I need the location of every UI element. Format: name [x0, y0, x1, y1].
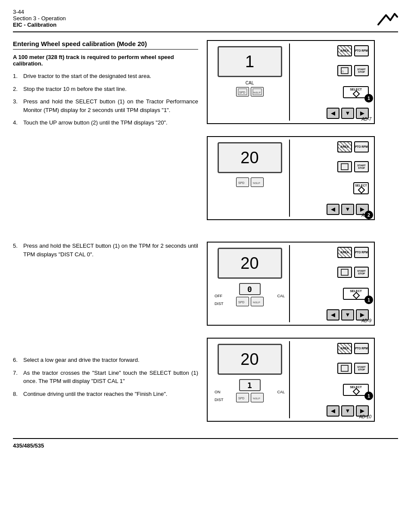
ad10-speed-btn[interactable]: SPD	[236, 393, 249, 402]
ad9-speed-btn[interactable]: SPD	[236, 297, 249, 306]
ad9-off-label: OFF	[215, 294, 222, 298]
diagram-ad10: 20 1 ON CAL DIST SPD %SLP	[207, 338, 375, 422]
footer-model: 435/485/535	[13, 442, 44, 449]
ad9-startstop-btn[interactable]: STARTSTOP	[354, 267, 369, 278]
ad9-badge-1: 1	[364, 296, 373, 304]
ad9-down-btn[interactable]: ▼	[341, 309, 354, 320]
ad8-area-btn[interactable]: AREA	[337, 141, 352, 152]
step-8: 8. Continue driving until the tractor re…	[13, 390, 198, 398]
step-6-num: 6.	[13, 356, 21, 364]
ad8-arrow-row: ◀ ▼ ▶ 2	[295, 204, 369, 215]
ad8-slip-btn[interactable]: %SLP	[251, 177, 264, 187]
ad9-display-main: 20	[218, 248, 282, 279]
step-1: 1. Drive tractor to the start of the des…	[13, 72, 198, 81]
diagrams-bottom: 20 0 OFF CAL DIST SPD %SLP	[207, 242, 375, 428]
ad10-slip-btn[interactable]: %SLP	[251, 393, 264, 402]
ad8-badge-2: 2	[364, 211, 373, 219]
ad9-slip-btn[interactable]: %SLP	[251, 297, 264, 306]
ad9-dist-btn[interactable]	[337, 267, 352, 278]
step-5-num: 5.	[13, 242, 21, 258]
diagram-ad7: 1 CAL SPD %SLP AREA	[207, 40, 375, 124]
ad8-display: 20	[218, 142, 282, 173]
svg-rect-8	[341, 164, 348, 170]
ad7-label: AD-7	[361, 117, 371, 121]
ad8-up-row: SELECT	[295, 182, 369, 194]
logo-mark	[377, 12, 398, 28]
ad7-down-btn[interactable]: ▼	[341, 108, 354, 119]
ad9-cal-label: CAL	[277, 294, 285, 298]
ad8-left-btn[interactable]: ◀	[327, 204, 339, 215]
ad10-sub-text: 1	[247, 381, 252, 390]
steps-list-bottom: 5. Press and hold the SELECT button (1) …	[13, 242, 198, 258]
ad8-startstop-btn[interactable]: STARTSTOP	[354, 161, 369, 172]
svg-text:%SLP: %SLP	[253, 182, 260, 184]
ad9-right-panel: AREA PTO RPM STARTSTOP SELECT 1	[293, 245, 371, 322]
ad9-left-btn[interactable]: ◀	[327, 309, 339, 320]
steps-section-bottom: 5. Press and hold the SELECT button (1) …	[13, 242, 198, 428]
ad9-label: AD-9	[361, 318, 371, 323]
page-footer: 435/485/535	[13, 438, 398, 449]
ad7-area-btn[interactable]: AREA	[337, 45, 352, 56]
ad7-pto-btn[interactable]: PTO RPM	[354, 45, 369, 56]
ad7-startstop-btn[interactable]: STARTSTOP	[354, 65, 369, 76]
header-left: 3-44 Section 3 - Operation EIC - Calibra…	[13, 9, 66, 28]
svg-rect-11	[341, 269, 348, 275]
ad8-dist-btn[interactable]	[337, 161, 352, 172]
ad10-dist-btn[interactable]	[337, 363, 352, 374]
ad9-select-row: SELECT 1	[295, 288, 369, 300]
ad7-right-panel: AREA PTO RPM ⌂ STARTSTOP	[293, 44, 371, 121]
ad7-bottom-row: SPD %SLP	[236, 87, 264, 96]
ad10-select-area: SELECT 1	[343, 384, 369, 396]
ad10-dist-label: DIST	[215, 398, 224, 402]
ad7-cal-label: CAL	[246, 81, 254, 85]
ad8-mid-buttons: STARTSTOP	[295, 161, 369, 172]
step-5: 5. Press and hold the SELECT button (1) …	[13, 242, 198, 258]
ad10-label: AD-10	[359, 414, 371, 419]
ad9-left-panel: 20 0 OFF CAL DIST SPD %SLP	[210, 245, 290, 322]
ad10-area-btn[interactable]: AREA	[337, 343, 352, 354]
step-7-text: As the tractor crosses the "Start Line" …	[23, 369, 198, 386]
ad10-bottom-row: SPD %SLP	[236, 393, 264, 402]
ad8-up-btn[interactable]: ▼	[341, 204, 354, 215]
ad10-pto-btn[interactable]: PTO RPM	[354, 343, 369, 354]
ad10-arrow-row: ◀ ▼ ▶	[295, 405, 369, 417]
ad10-startstop-btn[interactable]: STARTSTOP	[354, 363, 369, 374]
ad7-left-btn[interactable]: ◀	[327, 108, 339, 119]
section-heading: Entering Wheel speed calibration (Mode 2…	[13, 40, 198, 50]
diagram-ad9: 20 0 OFF CAL DIST SPD %SLP	[207, 242, 375, 326]
ad10-display-main: 20	[218, 344, 282, 375]
ad10-left-panel: 20 1 ON CAL DIST SPD %SLP	[210, 341, 290, 418]
ad7-select-area: SELECT 1	[343, 86, 369, 98]
ad9-sub-text: 0	[247, 285, 252, 294]
step-3-num: 3.	[13, 97, 21, 114]
step-7-num: 7.	[13, 369, 21, 386]
ad9-mid-buttons: STARTSTOP	[295, 267, 369, 278]
ad8-speed-btn[interactable]: SPD	[236, 177, 249, 187]
ad10-display-main-text: 20	[240, 350, 258, 369]
ad7-slip-btn[interactable]: %SLP	[251, 87, 264, 96]
ad8-display-text: 20	[240, 149, 258, 167]
ad7-display: 1	[218, 46, 282, 77]
ad7-dist-btn[interactable]: ⌂	[337, 65, 352, 76]
ad7-arrow-row: ◀ ▼ ▶	[295, 108, 369, 119]
ad9-select-area: SELECT 1	[343, 288, 369, 300]
ad9-sub-display: 0	[239, 283, 261, 295]
ad9-area-btn[interactable]: AREA	[337, 247, 352, 258]
ad10-right-panel: AREA PTO RPM STARTSTOP SELECT 1	[293, 341, 371, 418]
ad10-down-btn[interactable]: ▼	[341, 405, 354, 417]
ad8-select-btn[interactable]: SELECT	[353, 182, 369, 194]
ad9-display-main-text: 20	[240, 254, 258, 273]
step-3-text: Press and hold the SELECT button (1) on …	[23, 97, 198, 114]
ad10-mid-buttons: STARTSTOP	[295, 363, 369, 374]
ad10-left-btn[interactable]: ◀	[327, 405, 339, 417]
svg-text:SPD: SPD	[238, 301, 244, 304]
step-1-num: 1.	[13, 72, 21, 81]
page-header: 3-44 Section 3 - Operation EIC - Calibra…	[13, 9, 398, 32]
ad8-pto-btn[interactable]: PTO RPM	[354, 141, 369, 152]
ad10-badge-1: 1	[364, 392, 373, 400]
ad9-arrow-row: ◀ ▼ ▶	[295, 309, 369, 320]
ad7-speed-btn[interactable]: SPD	[236, 87, 249, 96]
ad9-pto-btn[interactable]: PTO RPM	[354, 247, 369, 258]
svg-text:%SLP: %SLP	[253, 397, 260, 400]
ad7-display-text: 1	[245, 53, 254, 71]
